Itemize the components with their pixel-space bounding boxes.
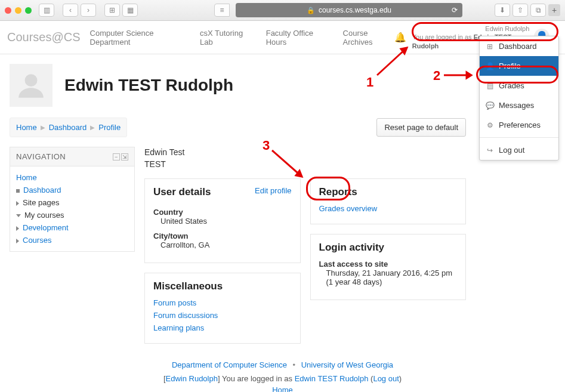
- nav-link[interactable]: Course Archives: [343, 29, 394, 47]
- dropdown-item-logout[interactable]: ↪Log out: [480, 140, 558, 160]
- chevron-right-icon: ▶: [90, 124, 95, 131]
- city-value: Carrollton, GA: [153, 240, 292, 249]
- chevron-right-icon[interactable]: [16, 226, 19, 231]
- chevron-down-icon[interactable]: [16, 214, 21, 217]
- share-button[interactable]: ⇧: [512, 4, 528, 17]
- nav-link[interactable]: csX Tutoring Lab: [200, 29, 253, 47]
- page-title: Edwin TEST Rudolph: [64, 76, 233, 95]
- footer-home-link[interactable]: Home: [272, 385, 293, 392]
- forum-posts-link[interactable]: Forum posts: [153, 298, 292, 307]
- edit-profile-link[interactable]: Edit profile: [255, 186, 291, 195]
- login-activity-card: Login activity Last access to site Thurs…: [310, 234, 467, 300]
- browser-chrome: ▥ ‹ › ⊞ ▦ ≡ 🔒 courses.cs.westga.edu ⟳ ⬇ …: [0, 0, 565, 21]
- nav-my-courses[interactable]: My courses: [24, 211, 64, 220]
- lock-icon: 🔒: [307, 7, 315, 14]
- nav-home[interactable]: Home: [16, 173, 37, 182]
- close-window-icon[interactable]: [5, 7, 11, 14]
- gear-icon: ⚙: [486, 121, 494, 129]
- svg-point-6: [25, 74, 38, 87]
- content-columns: NAVIGATION − ⇲ Home Dashboard Site pages…: [10, 147, 555, 344]
- last-access-label: Last access to site: [319, 260, 458, 268]
- back-button[interactable]: ‹: [63, 4, 78, 17]
- footer-dept-link[interactable]: Department of Computer Science: [172, 360, 287, 369]
- country-label: Country: [153, 208, 292, 217]
- reports-title: Reports: [319, 186, 458, 198]
- learning-plans-link[interactable]: Learning plans: [153, 323, 292, 332]
- breadcrumb-row: Home ▶ Dashboard ▶ Profile Reset page to…: [10, 118, 555, 137]
- nav-site-pages[interactable]: Site pages: [23, 198, 59, 207]
- footer-uni-link[interactable]: University of West Georgia: [301, 360, 393, 369]
- dropdown-item-preferences[interactable]: ⚙Preferences: [480, 115, 558, 135]
- breadcrumb-dashboard[interactable]: Dashboard: [49, 123, 87, 132]
- nav-link[interactable]: Faculty Office Hours: [266, 29, 330, 47]
- grades-overview-link[interactable]: Grades overview: [319, 204, 458, 213]
- url-bar[interactable]: 🔒 courses.cs.westga.edu ⟳: [236, 3, 462, 17]
- url-text: courses.cs.westga.edu: [319, 6, 391, 14]
- user-dropdown: ⊞Dashboard 👤Profile ▤Grades 💬Messages ⚙P…: [479, 36, 559, 160]
- nav-dashboard[interactable]: Dashboard: [23, 186, 61, 195]
- nav-courses[interactable]: Courses: [23, 236, 51, 245]
- breadcrumb: Home ▶ Dashboard ▶ Profile: [10, 118, 127, 137]
- cards-left: Edit profile User details Country United…: [144, 178, 301, 344]
- chevron-right-icon[interactable]: [16, 239, 19, 243]
- avatar-large: [10, 64, 53, 107]
- cards-right: Reports Grades overview Login activity L…: [310, 178, 467, 344]
- profile-summary: Edwin Test TEST: [144, 147, 466, 170]
- login-activity-title: Login activity: [319, 242, 458, 254]
- dropdown-divider: [480, 137, 558, 138]
- messages-icon: 💬: [486, 101, 494, 110]
- nav-development[interactable]: Development: [23, 223, 69, 232]
- block-hide-icon[interactable]: −: [113, 153, 120, 160]
- forward-button[interactable]: ›: [81, 4, 96, 17]
- last-access-value: Thursday, 21 January 2016, 4:25 pm (1 ye…: [319, 268, 458, 286]
- breadcrumb-home[interactable]: Home: [16, 123, 37, 132]
- site-brand[interactable]: Courses@CS: [7, 30, 81, 44]
- block-dock-icon[interactable]: ⇲: [121, 153, 128, 160]
- miscellaneous-card: Miscellaneous Forum posts Forum discussi…: [144, 273, 301, 344]
- logout-icon: ↪: [486, 146, 494, 155]
- footer-test-name-link[interactable]: Edwin TEST Rudolph: [295, 374, 369, 383]
- sidebar-toggle-button[interactable]: ▥: [39, 4, 54, 17]
- user-display-name: Edwin Rudolph: [485, 24, 529, 33]
- new-tab-button[interactable]: +: [548, 4, 560, 16]
- breadcrumb-profile[interactable]: Profile: [98, 123, 121, 132]
- profile-header: Edwin TEST Rudolph: [10, 64, 555, 107]
- dropdown-item-profile[interactable]: 👤Profile: [480, 56, 558, 76]
- profile-cards: Edit profile User details Country United…: [144, 178, 466, 344]
- page-footer: Department of Computer Science • Univers…: [10, 344, 555, 392]
- profile-icon: 👤: [486, 62, 494, 70]
- window-controls: [5, 7, 32, 14]
- top-nav-links: Computer Science Department csX Tutoring…: [90, 29, 394, 47]
- city-label: City/town: [153, 232, 292, 240]
- footer-logout-link[interactable]: Log out: [373, 374, 399, 383]
- download-button[interactable]: ⬇: [495, 4, 510, 17]
- reports-card: Reports Grades overview: [310, 178, 467, 224]
- dropdown-item-messages[interactable]: 💬Messages: [480, 95, 558, 115]
- chevron-right-icon: ▶: [41, 124, 45, 131]
- reader-button[interactable]: ≡: [214, 4, 230, 17]
- dropdown-item-grades[interactable]: ▤Grades: [480, 76, 558, 95]
- dropdown-item-dashboard[interactable]: ⊞Dashboard: [480, 36, 558, 56]
- footer-logged-in-text: You are logged in as: [220, 374, 295, 383]
- navigation-block-title: NAVIGATION: [16, 152, 66, 161]
- footer-separator: •: [293, 360, 296, 369]
- nav-link[interactable]: Computer Science Department: [90, 29, 187, 47]
- tabs-overview-button[interactable]: ⧉: [530, 4, 546, 17]
- navigation-tree: Home Dashboard Site pages My courses Dev…: [10, 166, 134, 251]
- dashboard-icon: ⊞: [486, 42, 494, 51]
- reload-icon[interactable]: ⟳: [452, 6, 458, 14]
- bullet-icon: [16, 189, 20, 193]
- tabs-button[interactable]: ⊞: [104, 4, 120, 17]
- topsites-button[interactable]: ▦: [122, 4, 138, 17]
- maximize-window-icon[interactable]: [25, 7, 32, 14]
- navigation-block-header: NAVIGATION − ⇲: [10, 147, 134, 166]
- forum-discussions-link[interactable]: Forum discussions: [153, 311, 292, 320]
- chevron-right-icon[interactable]: [16, 201, 19, 206]
- navigation-block: NAVIGATION − ⇲ Home Dashboard Site pages…: [10, 147, 135, 252]
- grades-icon: ▤: [486, 82, 494, 90]
- footer-real-name-link[interactable]: Edwin Rudolph: [166, 374, 218, 383]
- reset-page-button[interactable]: Reset page to default: [376, 118, 466, 137]
- minimize-window-icon[interactable]: [15, 7, 21, 14]
- country-value: United States: [153, 217, 292, 226]
- notifications-icon[interactable]: 🔔: [394, 32, 406, 43]
